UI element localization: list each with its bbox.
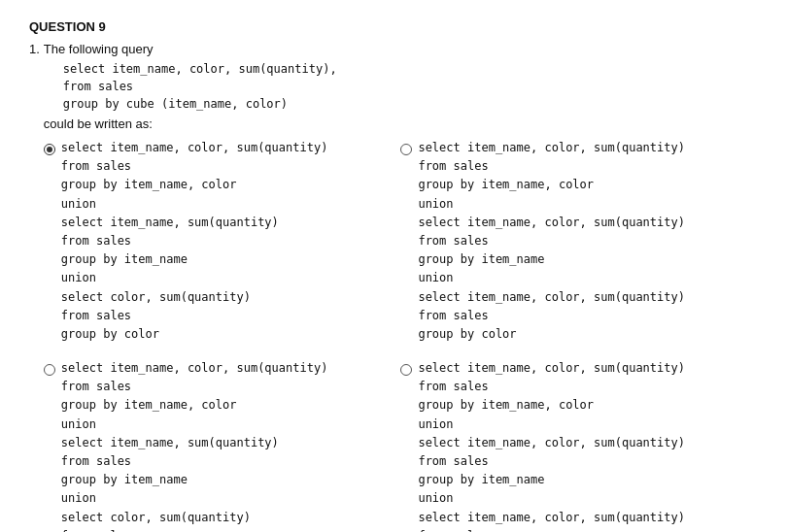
- question-title: QUESTION 9: [29, 19, 758, 34]
- radio-c[interactable]: [44, 364, 55, 376]
- intro-line: The following query: [44, 42, 758, 56]
- option-c: select item_name, color, sum(quantity) f…: [44, 359, 401, 532]
- question-1: 1. The following query select item_name,…: [29, 42, 758, 532]
- option-a: select item_name, color, sum(quantity) f…: [44, 139, 401, 344]
- option-d-code: select item_name, color, sum(quantity) f…: [418, 359, 685, 532]
- radio-b[interactable]: [400, 144, 412, 155]
- question-container: QUESTION 9 1. The following query select…: [29, 19, 758, 532]
- radio-d[interactable]: [400, 364, 412, 376]
- radio-a[interactable]: [44, 144, 55, 155]
- options-container: select item_name, color, sum(quantity) f…: [44, 139, 758, 532]
- option-b-code: select item_name, color, sum(quantity) f…: [418, 139, 685, 344]
- option-a-code: select item_name, color, sum(quantity) f…: [61, 139, 328, 344]
- intro-query: select item_name, color, sum(quantity), …: [63, 60, 758, 113]
- right-column: select item_name, color, sum(quantity) f…: [400, 139, 758, 532]
- option-c-code: select item_name, color, sum(quantity) f…: [61, 359, 328, 532]
- option-d: select item_name, color, sum(quantity) f…: [400, 359, 758, 532]
- option-b: select item_name, color, sum(quantity) f…: [400, 139, 758, 344]
- could-be-text: could be written as:: [44, 116, 758, 131]
- left-column: select item_name, color, sum(quantity) f…: [44, 139, 401, 532]
